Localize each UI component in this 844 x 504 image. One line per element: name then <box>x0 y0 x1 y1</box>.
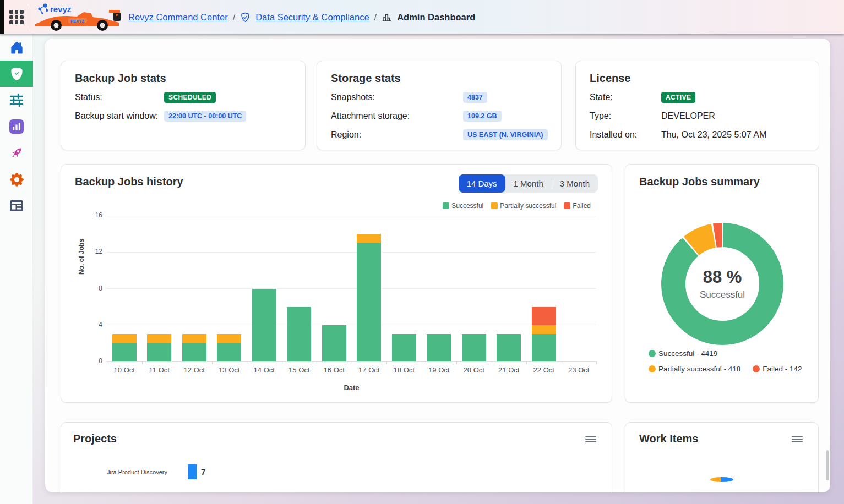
x-tick-mark <box>562 361 562 364</box>
sidebar-item-home[interactable] <box>0 34 33 61</box>
bar-segment-successful[interactable] <box>217 343 241 361</box>
legend-dot <box>649 350 656 357</box>
donut-slice-successful[interactable] <box>673 235 771 333</box>
bar-segment-successful[interactable] <box>357 243 381 361</box>
x-tick-mark <box>107 361 107 364</box>
bar-segment-successful[interactable] <box>427 334 451 361</box>
legend-swatch <box>443 202 449 209</box>
x-tick-mark <box>352 361 352 364</box>
work-items-pie-chart <box>710 477 733 482</box>
storage-stats-rows: Snapshots:4837Attachment storage:109.2 G… <box>331 92 553 148</box>
svg-text:REVYZ: REVYZ <box>70 19 84 24</box>
legend-item[interactable]: Partially successful - 418 <box>649 365 740 373</box>
bar-segment-partially-successful[interactable] <box>112 334 137 343</box>
legend-item[interactable]: Failed <box>564 202 591 210</box>
legend-item[interactable]: Successful <box>443 202 483 210</box>
legend-item[interactable]: Successful - 4419 <box>649 349 717 358</box>
stat-row: Installed on:Thu, Oct 23, 2025 5:07 AM <box>590 129 810 140</box>
bar-segment-successful[interactable] <box>287 307 311 361</box>
projects-menu-icon[interactable] <box>585 436 596 443</box>
bar-segment-partially-successful[interactable] <box>357 234 381 243</box>
bar-chart-icon <box>382 12 392 23</box>
stat-value: Thu, Oct 23, 2025 5:07 AM <box>661 130 766 140</box>
breadcrumb: Revyz Command Center / Data Security & C… <box>128 0 475 34</box>
stat-label: Region: <box>331 130 463 140</box>
y-axis-label: No. of Jobs <box>78 239 85 275</box>
history-tab-1-month[interactable]: 1 Month <box>505 174 552 193</box>
sidebar-item-configuration[interactable] <box>0 87 33 113</box>
legend-label: Partially successful - 418 <box>658 365 740 373</box>
sidebar-item-launch[interactable] <box>0 140 33 166</box>
x-tick-label: 12 Oct <box>177 366 212 374</box>
bar-segment-partially-successful[interactable] <box>532 325 556 335</box>
history-tab-14-days[interactable]: 14 Days <box>459 174 505 193</box>
sidebar-item-settings[interactable] <box>0 166 33 193</box>
bar-segment-successful[interactable] <box>532 334 556 361</box>
card-title: Backup Jobs history <box>75 176 183 188</box>
x-tick-label: 15 Oct <box>281 366 317 374</box>
breadcrumb-admin-dashboard: Admin Dashboard <box>397 12 475 23</box>
legend-label: Failed <box>573 202 591 210</box>
backup-job-stats-card: Backup Job stats Status:SCHEDULEDBackup … <box>61 61 306 150</box>
stat-value: 22:00 UTC - 00:00 UTC <box>164 111 246 122</box>
card-title: Work Items <box>639 432 698 445</box>
legend-item[interactable]: Partially successful <box>491 202 556 210</box>
stat-row: Region:US EAST (N. VIRGINIA) <box>331 129 553 140</box>
home-icon <box>10 41 24 54</box>
bar-segment-successful[interactable] <box>182 343 206 361</box>
bar-segment-failed[interactable] <box>532 307 556 325</box>
card-title: Backup Jobs summary <box>639 176 760 188</box>
bar-segment-successful[interactable] <box>497 334 521 361</box>
bar-segment-successful[interactable] <box>252 289 276 362</box>
bar-segment-successful[interactable] <box>462 334 486 361</box>
bar-segment-successful[interactable] <box>322 325 346 361</box>
legend-item[interactable]: Failed - 142 <box>753 365 802 373</box>
race-car-graphic: REVYZ <box>35 10 121 31</box>
x-tick-mark <box>317 361 317 364</box>
stat-label: Snapshots: <box>331 92 463 102</box>
projects-card: Projects Jira Product Discovery7 <box>61 422 612 492</box>
bar-segment-successful[interactable] <box>392 334 416 361</box>
legend-dot <box>753 365 760 372</box>
breadcrumb-command-center-link[interactable]: Revyz Command Center <box>128 12 228 23</box>
sidebar-item-reports[interactable] <box>0 193 33 219</box>
stat-value: 4837 <box>463 92 487 103</box>
stat-value: US EAST (N. VIRGINIA) <box>463 129 548 140</box>
bar-segment-partially-successful[interactable] <box>147 334 171 343</box>
storage-stats-card: Storage stats Snapshots:4837Attachment s… <box>317 61 562 150</box>
y-tick-label: 16 <box>83 211 102 219</box>
x-tick-mark <box>596 361 597 364</box>
history-bar-chart: 048121610 Oct11 Oct12 Oct13 Oct14 Oct15 … <box>107 216 596 361</box>
project-bar[interactable] <box>188 464 197 479</box>
y-tick-label: 0 <box>83 357 102 365</box>
card-title: Projects <box>73 432 117 445</box>
work-items-menu-icon[interactable] <box>792 436 803 443</box>
work-items-card: Work Items <box>625 422 819 492</box>
breadcrumb-separator: / <box>374 12 377 23</box>
y-tick-label: 12 <box>83 248 102 255</box>
app-screen: revyz REVYZ Revyz Command Center / <box>0 0 844 504</box>
gridline <box>107 252 596 253</box>
stat-label: Installed on: <box>590 130 661 140</box>
x-tick-mark <box>422 361 422 364</box>
stat-label: Status: <box>75 92 164 102</box>
stat-label: Attachment storage: <box>331 111 463 121</box>
stat-row: Type:DEVELOPER <box>590 111 810 122</box>
breadcrumb-data-security-link[interactable]: Data Security & Compliance <box>255 12 369 23</box>
x-tick-label: 13 Oct <box>211 366 247 374</box>
bar-segment-partially-successful[interactable] <box>182 334 206 343</box>
history-tab-3-month[interactable]: 3 Month <box>552 174 598 193</box>
panel-scrollbar[interactable] <box>826 450 829 480</box>
sidebar-item-data-security[interactable] <box>0 61 33 87</box>
bar-segment-partially-successful[interactable] <box>217 334 241 343</box>
top-header: revyz REVYZ Revyz Command Center / <box>0 0 844 34</box>
bar-segment-successful[interactable] <box>112 343 137 361</box>
bar-segment-successful[interactable] <box>147 343 171 361</box>
x-axis-label: Date <box>107 384 596 392</box>
sidebar-item-analytics[interactable] <box>0 113 33 140</box>
revyz-logo[interactable]: revyz REVYZ <box>34 2 128 32</box>
app-launcher-grid-icon[interactable] <box>9 10 24 24</box>
shield-check-icon <box>10 68 23 80</box>
stat-row: Attachment storage:109.2 GB <box>331 111 553 122</box>
x-tick-mark <box>492 361 492 364</box>
